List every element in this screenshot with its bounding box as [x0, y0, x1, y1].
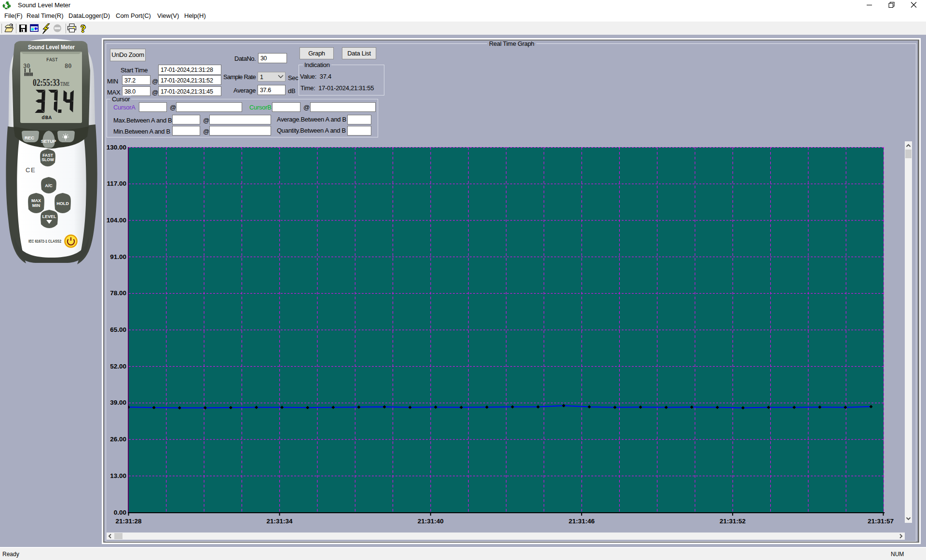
- svg-text:117.00: 117.00: [107, 180, 126, 187]
- svg-text:IEC 61672-1 CLASS2: IEC 61672-1 CLASS2: [28, 239, 61, 244]
- svg-text:REC: REC: [25, 135, 34, 140]
- svg-text:CE: CE: [26, 166, 36, 174]
- svg-text:MIN: MIN: [32, 203, 41, 208]
- svg-text:21:31:34: 21:31:34: [267, 518, 293, 525]
- svg-text:SETUP: SETUP: [41, 138, 56, 144]
- svg-text:130.00: 130.00: [107, 144, 126, 151]
- svg-text:21:31:46: 21:31:46: [569, 518, 595, 525]
- svg-text:104.00: 104.00: [107, 217, 126, 224]
- svg-text:LEVEL: LEVEL: [42, 214, 56, 219]
- svg-text:21:31:57: 21:31:57: [868, 518, 894, 525]
- svg-text:21:31:52: 21:31:52: [720, 518, 746, 525]
- svg-text:21:31:28: 21:31:28: [115, 518, 142, 525]
- svg-text:HOLD: HOLD: [56, 201, 69, 206]
- svg-text:21:31:40: 21:31:40: [418, 518, 444, 525]
- svg-text:A/C: A/C: [45, 183, 53, 188]
- svg-text:SLOW: SLOW: [41, 157, 54, 162]
- svg-text:91.00: 91.00: [110, 253, 126, 260]
- svg-text:0.00: 0.00: [114, 509, 126, 516]
- svg-text:13.00: 13.00: [110, 472, 126, 479]
- svg-text:65.00: 65.00: [110, 326, 126, 333]
- svg-text:52.00: 52.00: [110, 363, 126, 370]
- svg-text:78.00: 78.00: [110, 289, 126, 297]
- svg-text:MAX: MAX: [31, 198, 41, 203]
- svg-text:39.00: 39.00: [110, 399, 126, 406]
- svg-text:26.00: 26.00: [110, 436, 126, 443]
